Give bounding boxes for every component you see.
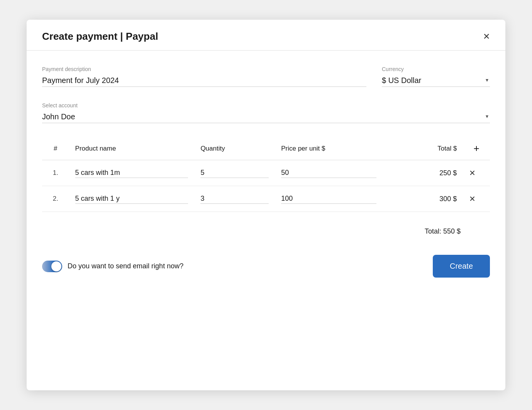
select-account-field: Select account John Doe ▾	[42, 102, 490, 123]
currency-select[interactable]: $ US Dollar	[382, 75, 490, 87]
table-row: 1. 250 $ ✕	[42, 160, 490, 186]
row-2-price	[275, 186, 382, 212]
table-row: 2. 300 $ ✕	[42, 186, 490, 212]
currency-value: $ US Dollar	[382, 76, 421, 85]
row-1-num: 1.	[42, 160, 69, 186]
row-2-total-cell: 300 $	[383, 186, 463, 212]
row-1-price	[275, 160, 382, 186]
select-account-label: Select account	[42, 102, 490, 108]
row-2-quantity-input[interactable]	[200, 194, 269, 204]
currency-label: Currency	[382, 66, 490, 72]
modal-body: Payment description Currency $ US Dollar…	[27, 51, 505, 297]
account-value: John Doe	[42, 112, 75, 121]
remove-row-1-button[interactable]: ✕	[469, 168, 476, 178]
row-2-quantity	[194, 186, 275, 212]
account-select[interactable]: John Doe	[42, 111, 490, 123]
row-2-total: 300 $	[389, 195, 457, 203]
row-1-quantity-input[interactable]	[200, 168, 269, 178]
row-2-remove-cell: ✕	[463, 186, 490, 212]
row-1-price-input[interactable]	[281, 168, 376, 178]
currency-field: Currency $ US Dollar ▾	[382, 66, 490, 87]
col-product-name: Product name	[69, 139, 195, 160]
grand-total-label: Total: 550 $	[425, 227, 461, 235]
form-row-2: Select account John Doe ▾	[42, 102, 490, 123]
row-2-product-input[interactable]	[75, 194, 188, 204]
row-1-product-input[interactable]	[75, 168, 188, 178]
create-button[interactable]: Create	[433, 255, 490, 278]
row-1-quantity	[194, 160, 275, 186]
payment-description-label: Payment description	[42, 66, 366, 72]
payment-description-field: Payment description	[42, 66, 366, 87]
toggle-section: Do you want to send email right now?	[42, 261, 183, 272]
modal-title: Create payment | Paypal	[42, 30, 158, 42]
remove-row-2-button[interactable]: ✕	[469, 194, 476, 203]
row-1-total-cell: 250 $	[383, 160, 463, 186]
row-2-num: 2.	[42, 186, 69, 212]
send-email-toggle[interactable]	[42, 261, 62, 272]
col-price: Price per unit $	[275, 139, 382, 160]
payment-description-input[interactable]	[42, 75, 366, 87]
footer-row: Do you want to send email right now? Cre…	[42, 243, 490, 281]
grand-total-row: Total: 550 $	[42, 220, 490, 243]
row-1-total: 250 $	[389, 169, 457, 177]
items-table: # Product name Quantity Price per unit $…	[42, 139, 490, 212]
create-payment-modal: Create payment | Paypal ✕ Payment descri…	[27, 20, 505, 390]
toggle-knob	[51, 261, 61, 271]
col-add: +	[463, 139, 490, 160]
add-item-button[interactable]: +	[474, 143, 479, 153]
row-2-product	[69, 186, 195, 212]
close-button[interactable]: ✕	[483, 32, 490, 41]
col-total: Total $	[383, 139, 463, 160]
form-row-1: Payment description Currency $ US Dollar…	[42, 66, 490, 87]
row-1-remove-cell: ✕	[463, 160, 490, 186]
col-quantity: Quantity	[194, 139, 275, 160]
row-2-price-input[interactable]	[281, 194, 376, 204]
toggle-label: Do you want to send email right now?	[68, 262, 183, 270]
col-num: #	[42, 139, 69, 160]
modal-header: Create payment | Paypal ✕	[27, 20, 505, 51]
table-header-row: # Product name Quantity Price per unit $…	[42, 139, 490, 160]
row-1-product	[69, 160, 195, 186]
